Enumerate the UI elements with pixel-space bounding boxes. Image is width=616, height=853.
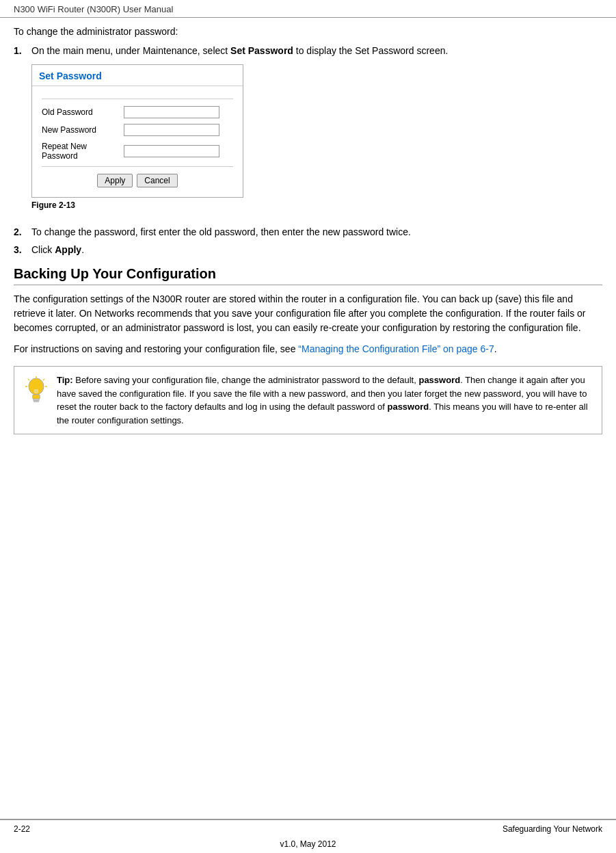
form-row-old: Old Password bbox=[42, 106, 233, 118]
step-1-text: On the main menu, under Maintenance, sel… bbox=[31, 45, 448, 56]
screenshot-box: Set Password Old Password New Password bbox=[31, 64, 243, 198]
section-heading: Backing Up Your Configuration bbox=[14, 266, 602, 285]
new-password-input[interactable] bbox=[124, 124, 219, 136]
figure-caption: Figure 2-13 bbox=[31, 200, 602, 210]
form-row-new: New Password bbox=[42, 124, 233, 136]
footer-left: 2-22 bbox=[14, 824, 30, 834]
apply-button[interactable]: Apply bbox=[97, 174, 133, 187]
page-wrapper: N300 WiFi Router (N300R) User Manual To … bbox=[0, 0, 616, 853]
step-1: 1. On the main menu, under Maintenance, … bbox=[14, 45, 602, 220]
set-password-bold: Set Password bbox=[230, 45, 293, 56]
tip-text-1: Before saving your configuration file, c… bbox=[73, 375, 419, 385]
btn-row: Apply Cancel bbox=[42, 174, 233, 187]
old-password-label: Old Password bbox=[42, 107, 124, 117]
tip-icon bbox=[23, 373, 50, 408]
tip-box: Tip: Before saving your configuration fi… bbox=[14, 366, 602, 434]
apply-bold: Apply bbox=[55, 244, 81, 255]
top-bar: N300 WiFi Router (N300R) User Manual bbox=[0, 0, 616, 18]
repeat-password-label: Repeat New Password bbox=[42, 142, 124, 161]
step-2-text: To change the password, first enter the … bbox=[31, 226, 411, 237]
screenshot-body: Old Password New Password Repeat New Pas… bbox=[32, 86, 243, 197]
config-file-link[interactable]: “Managing the Configuration File” on pag… bbox=[298, 343, 494, 354]
step-3-text: Click Apply. bbox=[31, 244, 84, 255]
screenshot-header: Set Password bbox=[32, 65, 243, 86]
step-3-num: 3. bbox=[14, 244, 29, 255]
svg-rect-1 bbox=[34, 399, 40, 401]
cancel-button[interactable]: Cancel bbox=[137, 174, 177, 187]
section-para-1: The configuration settings of the N300R … bbox=[14, 292, 602, 335]
step-2-num: 2. bbox=[14, 226, 29, 237]
tip-text: Tip: Before saving your configuration fi… bbox=[57, 373, 593, 427]
tip-bold-1: password bbox=[418, 375, 460, 385]
bottom-section: 2-22 Safeguarding Your Network v1.0, May… bbox=[0, 819, 616, 853]
section-para-2: For instructions on saving and restoring… bbox=[14, 342, 602, 356]
footer-center: v1.0, May 2012 bbox=[0, 838, 616, 853]
svg-rect-2 bbox=[34, 401, 39, 402]
svg-line-5 bbox=[43, 379, 44, 380]
screenshot-divider-2 bbox=[42, 166, 233, 167]
intro-text: To change the administrator password: bbox=[14, 26, 602, 37]
bottom-bar: 2-22 Safeguarding Your Network bbox=[0, 819, 616, 838]
manual-title: N300 WiFi Router (N300R) User Manual bbox=[14, 4, 173, 14]
step-2-content: To change the password, first enter the … bbox=[31, 226, 602, 237]
step-1-num: 1. bbox=[14, 45, 29, 220]
svg-line-4 bbox=[28, 379, 29, 380]
repeat-password-input[interactable] bbox=[124, 145, 219, 157]
old-password-input[interactable] bbox=[124, 106, 219, 118]
new-password-label: New Password bbox=[42, 125, 124, 135]
step-1-content: On the main menu, under Maintenance, sel… bbox=[31, 45, 602, 220]
footer-version: v1.0, May 2012 bbox=[280, 839, 336, 849]
form-row-repeat: Repeat New Password bbox=[42, 142, 233, 161]
para2-prefix: For instructions on saving and restoring… bbox=[14, 343, 298, 354]
footer-right: Safeguarding Your Network bbox=[503, 824, 602, 834]
screenshot-divider bbox=[42, 99, 233, 99]
step-3: 3. Click Apply. bbox=[14, 244, 602, 255]
tip-bold-2: password bbox=[387, 402, 429, 412]
para2-suffix: . bbox=[494, 343, 497, 354]
lightbulb-icon bbox=[24, 376, 49, 406]
tip-label: Tip: bbox=[57, 375, 73, 385]
main-content: To change the administrator password: 1.… bbox=[0, 18, 616, 819]
step-3-content: Click Apply. bbox=[31, 244, 602, 255]
screenshot-title: Set Password bbox=[39, 70, 102, 81]
step-2: 2. To change the password, first enter t… bbox=[14, 226, 602, 237]
